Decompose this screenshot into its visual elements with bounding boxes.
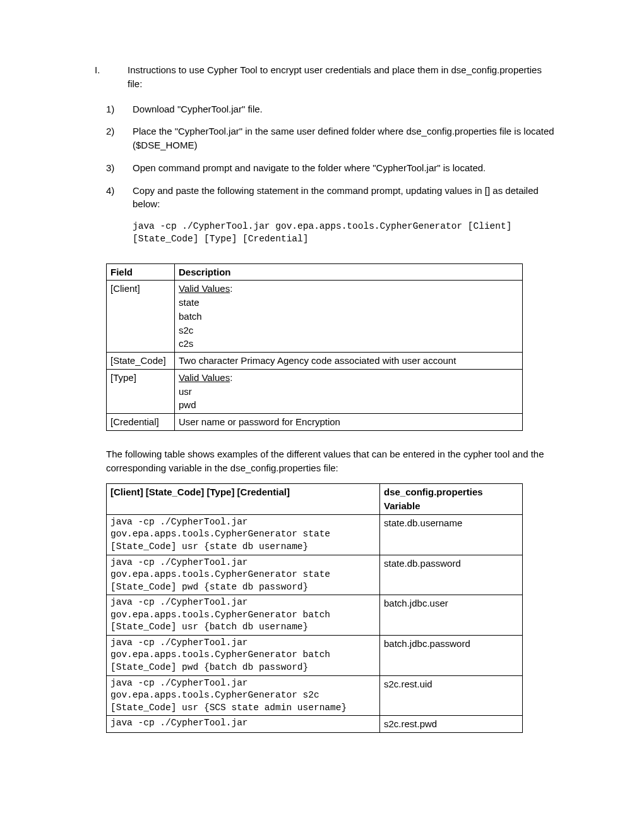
table-header-row: Field Description [107, 263, 523, 281]
code-line: java -cp ./CypherTool.jar gov.epa.apps.t… [133, 220, 556, 233]
header-description: Description [175, 263, 523, 281]
value: state [179, 297, 200, 308]
cell-variable: s2c.rest.pwd [380, 716, 523, 733]
section-number: I. [95, 63, 128, 91]
cell-command: java -cp ./CypherTool.jar gov.epa.apps.t… [107, 675, 380, 716]
cell-command: java -cp ./CypherTool.jar gov.epa.apps.t… [107, 595, 380, 636]
cell-field: [Credential] [107, 414, 175, 431]
step-number: 1) [106, 102, 133, 116]
section-text: Instructions to use Cypher Tool to encry… [128, 63, 556, 91]
fields-table: Field Description [Client] Valid Values:… [106, 263, 523, 431]
value: pwd [179, 399, 196, 410]
table-row: [State_Code] Two character Primacy Agenc… [107, 353, 523, 370]
step-number: 3) [106, 161, 133, 175]
value: c2s [179, 338, 193, 349]
step-number: 2) [106, 124, 133, 152]
value: usr [179, 386, 192, 397]
step-text: Copy and paste the following statement i… [133, 184, 556, 212]
table-row: java -cp ./CypherTool.jar s2c.rest.pwd [107, 716, 523, 733]
step-item: 4) Copy and paste the following statemen… [106, 184, 556, 212]
step-item: 2) Place the "CypherTool.jar" in the sam… [106, 124, 556, 152]
table-row: java -cp ./CypherTool.jar gov.epa.apps.t… [107, 595, 523, 636]
cell-command: java -cp ./CypherTool.jar gov.epa.apps.t… [107, 514, 380, 555]
cell-command: java -cp ./CypherTool.jar gov.epa.apps.t… [107, 555, 380, 595]
table-row: java -cp ./CypherTool.jar gov.epa.apps.t… [107, 514, 523, 555]
cell-field: [State_Code] [107, 353, 175, 370]
valid-values-label: Valid Values [179, 372, 230, 383]
table-row: java -cp ./CypherTool.jar gov.epa.apps.t… [107, 635, 523, 675]
code-command: java -cp ./CypherTool.jar gov.epa.apps.t… [133, 220, 556, 246]
step-item: 3) Open command prompt and navigate to t… [106, 161, 556, 175]
examples-table: [Client] [State_Code] [Type] [Credential… [106, 483, 523, 733]
intro-paragraph: The following table shows examples of th… [106, 447, 556, 475]
step-text: Download "CypherTool.jar" file. [133, 102, 556, 116]
cell-description: Valid Values: state batch s2c c2s [175, 281, 523, 353]
header-field: Field [107, 263, 175, 281]
value: s2c [179, 325, 193, 335]
table-row: [Credential] User name or password for E… [107, 414, 523, 431]
header-command: [Client] [State_Code] [Type] [Credential… [107, 484, 380, 515]
cell-field: [Type] [107, 369, 175, 413]
cell-field: [Client] [107, 281, 175, 353]
step-text: Place the "CypherTool.jar" in the same u… [133, 124, 556, 152]
code-line: [State_Code] [Type] [Credential] [133, 233, 556, 245]
step-text: Open command prompt and navigate to the … [133, 161, 556, 175]
table-header-row: [Client] [State_Code] [Type] [Credential… [107, 484, 523, 515]
cell-description: Two character Primacy Agency code associ… [175, 353, 523, 370]
cell-variable: batch.jdbc.user [380, 595, 523, 636]
section-heading: I. Instructions to use Cypher Tool to en… [95, 63, 556, 91]
table-row: java -cp ./CypherTool.jar gov.epa.apps.t… [107, 675, 523, 716]
table-row: [Type] Valid Values: usr pwd [107, 369, 523, 413]
cell-description: User name or password for Encryption [175, 414, 523, 431]
step-number: 4) [106, 184, 133, 212]
cell-variable: state.db.password [380, 555, 523, 595]
cell-command: java -cp ./CypherTool.jar [107, 716, 380, 733]
step-item: 1) Download "CypherTool.jar" file. [106, 102, 556, 116]
cell-variable: state.db.username [380, 514, 523, 555]
cell-command: java -cp ./CypherTool.jar gov.epa.apps.t… [107, 635, 380, 675]
value: batch [179, 311, 202, 322]
cell-variable: s2c.rest.uid [380, 675, 523, 716]
cell-description: Valid Values: usr pwd [175, 369, 523, 413]
table-row: [Client] Valid Values: state batch s2c c… [107, 281, 523, 353]
table-row: java -cp ./CypherTool.jar gov.epa.apps.t… [107, 555, 523, 595]
header-variable: dse_config.properties Variable [380, 484, 523, 515]
cell-variable: batch.jdbc.password [380, 635, 523, 675]
valid-values-label: Valid Values [179, 283, 230, 294]
